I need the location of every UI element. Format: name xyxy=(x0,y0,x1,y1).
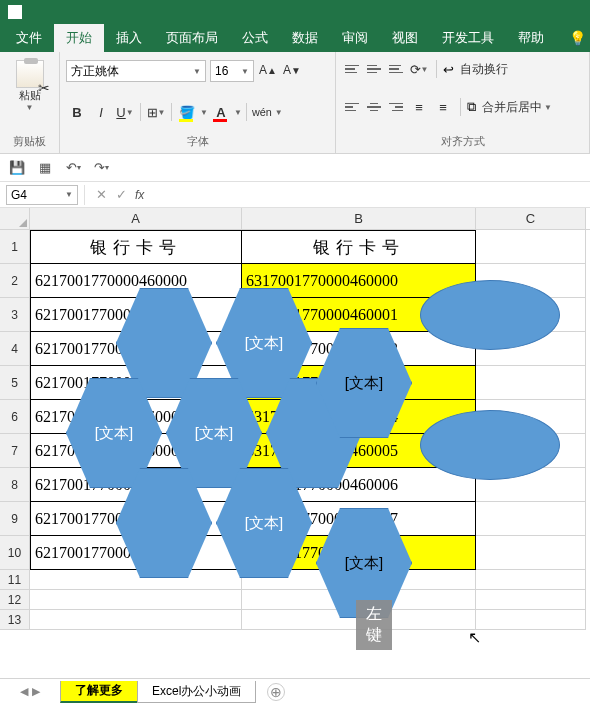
save-icon[interactable]: 💾 xyxy=(8,159,26,177)
cell[interactable] xyxy=(476,298,586,332)
row-header[interactable]: 7 xyxy=(0,434,30,468)
chevron-down-icon[interactable]: ▼ xyxy=(544,103,552,112)
cell[interactable] xyxy=(242,610,476,630)
sheet-tab-2[interactable]: Excel办公小动画 xyxy=(137,681,256,703)
row-header[interactable]: 6 xyxy=(0,400,30,434)
cell[interactable] xyxy=(476,610,586,630)
cell[interactable]: 6317001770000460001 xyxy=(242,298,476,332)
confirm-icon[interactable]: ✓ xyxy=(111,187,131,202)
add-sheet-button[interactable]: ⊕ xyxy=(267,683,285,701)
cell[interactable] xyxy=(476,230,586,264)
cell[interactable]: 6317001770000460003 xyxy=(242,366,476,400)
font-size-combo[interactable]: 16▼ xyxy=(210,60,254,82)
cell[interactable]: 6217001770000460008 xyxy=(30,536,242,570)
cell[interactable]: 6217001770000460007 xyxy=(30,502,242,536)
font-color-button[interactable]: A xyxy=(210,101,232,123)
italic-button[interactable]: I xyxy=(90,101,112,123)
sheet-tab-1[interactable]: 了解更多 xyxy=(60,681,138,703)
align-right-button[interactable] xyxy=(386,97,406,117)
cell[interactable]: 银行卡号 xyxy=(242,230,476,264)
row-header[interactable]: 3 xyxy=(0,298,30,332)
new-icon[interactable]: ▦ xyxy=(36,159,54,177)
shrink-font-button[interactable]: A▼ xyxy=(282,60,302,80)
row-header[interactable]: 5 xyxy=(0,366,30,400)
cell[interactable] xyxy=(242,590,476,610)
cell[interactable] xyxy=(476,264,586,298)
tab-layout[interactable]: 页面布局 xyxy=(154,24,230,52)
row-header[interactable]: 1 xyxy=(0,230,30,264)
align-top-button[interactable] xyxy=(342,59,362,79)
cell[interactable]: 6217001770000460003 xyxy=(30,366,242,400)
cell[interactable]: 6317001770000460007 xyxy=(242,502,476,536)
bold-button[interactable]: B xyxy=(66,101,88,123)
cell[interactable]: 6317001770000460004 xyxy=(242,400,476,434)
cell[interactable]: 6217001770000460001 xyxy=(30,298,242,332)
cell[interactable]: 6317001770000460006 xyxy=(242,468,476,502)
cut-icon[interactable]: ✂ xyxy=(38,80,50,96)
cell[interactable]: 6217001770000460004 xyxy=(30,400,242,434)
row-header[interactable]: 4 xyxy=(0,332,30,366)
phonetic-button[interactable]: wén xyxy=(251,101,273,123)
row-header[interactable]: 10 xyxy=(0,536,30,570)
merge-center-button[interactable]: 合并后居中 xyxy=(482,99,542,116)
tab-view[interactable]: 视图 xyxy=(380,24,430,52)
cell[interactable]: 6217001770000460006 xyxy=(30,468,242,502)
chevron-down-icon[interactable]: ▼ xyxy=(200,108,208,117)
cell[interactable]: 6317001770000460005 xyxy=(242,434,476,468)
fill-color-button[interactable]: 🪣 xyxy=(176,101,198,123)
cell[interactable]: 6317001770000460008 xyxy=(242,536,476,570)
tab-review[interactable]: 审阅 xyxy=(330,24,380,52)
redo-button[interactable]: ↷▾ xyxy=(92,159,110,177)
tab-data[interactable]: 数据 xyxy=(280,24,330,52)
row-header[interactable]: 13 xyxy=(0,610,30,630)
chevron-down-icon[interactable]: ▼ xyxy=(234,108,242,117)
next-sheet-icon[interactable]: ▶ xyxy=(32,685,40,698)
tell-me-icon[interactable]: 💡 xyxy=(569,30,586,46)
cell[interactable] xyxy=(476,366,586,400)
cell[interactable]: 6217001770000460000 xyxy=(30,264,242,298)
cancel-icon[interactable]: ✕ xyxy=(91,187,111,202)
cell[interactable] xyxy=(30,590,242,610)
align-left-button[interactable] xyxy=(342,97,362,117)
cell[interactable] xyxy=(30,570,242,590)
cell[interactable] xyxy=(476,332,586,366)
border-button[interactable]: ⊞▼ xyxy=(145,101,167,123)
tab-dev[interactable]: 开发工具 xyxy=(430,24,506,52)
row-header[interactable]: 12 xyxy=(0,590,30,610)
cell[interactable]: 6217001770000460005 xyxy=(30,434,242,468)
tab-help[interactable]: 帮助 xyxy=(506,24,556,52)
cell[interactable]: 6317001770000460000 xyxy=(242,264,476,298)
column-header-c[interactable]: C xyxy=(476,208,586,229)
align-center-button[interactable] xyxy=(364,97,384,117)
align-middle-button[interactable] xyxy=(364,59,384,79)
column-header-a[interactable]: A xyxy=(30,208,242,229)
prev-sheet-icon[interactable]: ◀ xyxy=(20,685,28,698)
grow-font-button[interactable]: A▲ xyxy=(258,60,278,80)
select-all-corner[interactable] xyxy=(0,208,30,229)
decrease-indent-button[interactable]: ≡ xyxy=(408,96,430,118)
cell[interactable] xyxy=(476,468,586,502)
tab-home[interactable]: 开始 xyxy=(54,24,104,52)
cell[interactable] xyxy=(242,570,476,590)
fx-icon[interactable]: fx xyxy=(135,188,144,202)
tab-file[interactable]: 文件 xyxy=(4,24,54,52)
wrap-text-button[interactable]: 自动换行 xyxy=(460,61,508,78)
undo-button[interactable]: ↶▾ xyxy=(64,159,82,177)
cell[interactable]: 6317001770000460002 xyxy=(242,332,476,366)
chevron-down-icon[interactable]: ▼ xyxy=(275,108,283,117)
cell[interactable] xyxy=(476,590,586,610)
cell[interactable] xyxy=(476,570,586,590)
cell[interactable] xyxy=(476,502,586,536)
underline-button[interactable]: U▼ xyxy=(114,101,136,123)
cell[interactable] xyxy=(476,434,586,468)
align-bottom-button[interactable] xyxy=(386,59,406,79)
orientation-button[interactable]: ⟳▼ xyxy=(408,58,430,80)
cell[interactable] xyxy=(476,400,586,434)
row-header[interactable]: 9 xyxy=(0,502,30,536)
row-header[interactable]: 8 xyxy=(0,468,30,502)
font-name-combo[interactable]: 方正姚体▼ xyxy=(66,60,206,82)
cell[interactable]: 6217001770000460002 xyxy=(30,332,242,366)
increase-indent-button[interactable]: ≡ xyxy=(432,96,454,118)
tab-formulas[interactable]: 公式 xyxy=(230,24,280,52)
row-header[interactable]: 11 xyxy=(0,570,30,590)
